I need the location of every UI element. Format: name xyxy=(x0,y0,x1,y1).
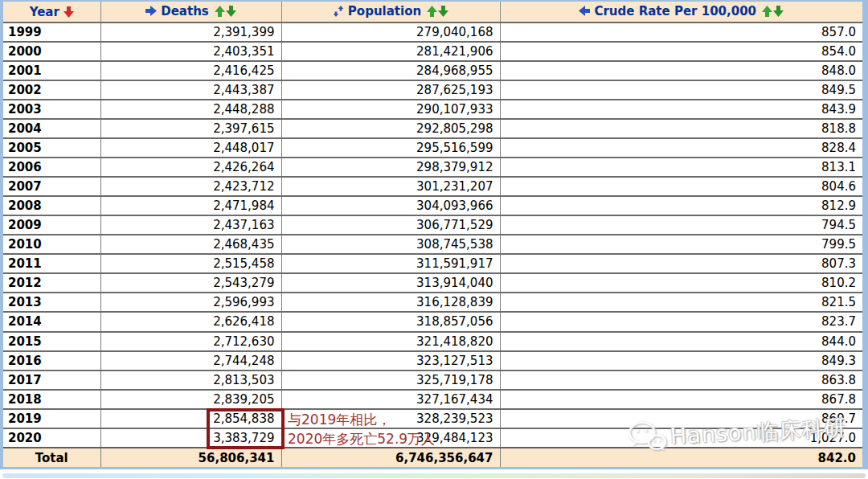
table-row: 2011 2,515,458 311,591,917 807.3 xyxy=(3,254,862,273)
table-row: 2015 2,712,630 321,418,820 844.0 xyxy=(3,332,862,351)
year-cell: 2007 xyxy=(3,177,100,196)
sort-descending-icon[interactable] xyxy=(773,6,784,17)
deaths-cell: 2,471,984 xyxy=(100,196,281,215)
crude-rate-cell: 813.1 xyxy=(500,158,862,177)
crude-rate-cell: 823.7 xyxy=(500,312,862,331)
table-row: 2012 2,543,279 313,914,040 810.2 xyxy=(3,273,862,293)
sort-descending-icon[interactable] xyxy=(226,6,236,17)
crude-rate-cell: 818.8 xyxy=(500,119,862,138)
deaths-cell: 2,397,615 xyxy=(100,119,281,138)
highlight-box-2019-2020-deaths xyxy=(207,408,285,449)
horizontal-scrollbar[interactable] xyxy=(2,473,866,478)
population-cell: 306,771,529 xyxy=(281,215,500,235)
table-row: 2009 2,437,163 306,771,529 794.5 xyxy=(3,215,862,235)
crude-rate-cell: 828.4 xyxy=(500,138,862,158)
table-body: 1999 2,391,399 279,040,168 857.0 2000 2,… xyxy=(3,23,862,448)
population-cell: 295,516,599 xyxy=(281,138,500,158)
year-cell: 2011 xyxy=(3,254,100,273)
table-row: 2002 2,443,387 287,625,193 849.5 xyxy=(3,80,862,100)
table-row: 2001 2,416,425 284,968,955 848.0 xyxy=(3,61,862,80)
crude-rate-cell: 849.3 xyxy=(500,351,862,371)
total-population-cell: 6,746,356,647 xyxy=(281,448,500,467)
sort-ascending-icon[interactable] xyxy=(427,6,437,17)
deaths-cell: 2,426,264 xyxy=(100,158,281,177)
annotation-line-2: 2020年多死亡52.9万人 xyxy=(288,429,435,448)
move-column-icon[interactable] xyxy=(333,6,344,17)
year-cell: 2018 xyxy=(3,390,100,409)
table-header-row: Year Deaths xyxy=(3,2,862,23)
population-cell: 321,418,820 xyxy=(281,332,500,351)
year-column-label: Year xyxy=(30,5,59,19)
year-cell: 2004 xyxy=(3,119,100,138)
deaths-cell: 2,437,163 xyxy=(100,215,281,235)
deaths-cell: 2,443,387 xyxy=(100,80,281,100)
table-row: 2014 2,626,418 318,857,056 823.7 xyxy=(3,312,862,331)
table-row: 2003 2,448,288 290,107,933 843.9 xyxy=(3,100,862,119)
crude-rate-cell: 854.0 xyxy=(500,42,862,61)
year-cell: 2019 xyxy=(3,409,100,428)
crude-rate-cell: 867.8 xyxy=(500,390,862,409)
chinese-annotation: 与2019年相比， 2020年多死亡52.9万人 xyxy=(288,410,435,448)
column-header-crude-rate: Crude Rate Per 100,000 xyxy=(500,2,862,23)
crude-rate-cell: 812.9 xyxy=(500,196,862,215)
table-row: 2018 2,839,205 327,167,434 867.8 xyxy=(3,390,862,409)
population-cell: 313,914,040 xyxy=(281,273,500,293)
crude-rate-cell: 794.5 xyxy=(500,215,862,235)
sort-ascending-icon[interactable] xyxy=(762,6,772,17)
crude-rate-cell: 869.7 xyxy=(500,409,862,428)
deaths-cell: 2,448,288 xyxy=(100,100,281,119)
population-cell: 284,968,955 xyxy=(281,61,500,80)
year-cell: 2006 xyxy=(3,158,100,177)
population-cell: 318,857,056 xyxy=(281,312,500,331)
year-cell: 2015 xyxy=(3,332,100,351)
table-row: 2000 2,403,351 281,421,906 854.0 xyxy=(3,42,862,61)
table-row: 2004 2,397,615 292,805,298 818.8 xyxy=(3,119,862,138)
deaths-cell: 2,543,279 xyxy=(100,273,281,293)
table-row: 2010 2,468,435 308,745,538 799.5 xyxy=(3,235,862,254)
year-cell: 2001 xyxy=(3,61,100,80)
crude-rate-cell: 857.0 xyxy=(500,23,862,42)
mortality-table: Year Deaths xyxy=(3,2,862,467)
crude-rate-column-label: Crude Rate Per 100,000 xyxy=(594,4,756,18)
deaths-cell: 2,626,418 xyxy=(100,312,281,331)
table-row: 1999 2,391,399 279,040,168 857.0 xyxy=(3,23,862,42)
table-row: 2006 2,426,264 298,379,912 813.1 xyxy=(3,158,862,177)
population-cell: 290,107,933 xyxy=(281,100,500,119)
total-label: Total xyxy=(3,448,100,467)
deaths-column-label: Deaths xyxy=(161,4,209,18)
deaths-cell: 2,423,712 xyxy=(100,177,281,196)
year-cell: 2000 xyxy=(3,42,100,61)
population-cell: 327,167,434 xyxy=(281,390,500,409)
year-cell: 2020 xyxy=(3,428,100,448)
crude-rate-cell: 821.5 xyxy=(500,293,862,312)
population-cell: 292,805,298 xyxy=(281,119,500,138)
move-column-right-icon[interactable] xyxy=(145,6,157,16)
crude-rate-cell: 810.2 xyxy=(500,273,862,293)
deaths-cell: 2,596,993 xyxy=(100,293,281,312)
population-cell: 304,093,966 xyxy=(281,196,500,215)
table-row: 2007 2,423,712 301,231,207 804.6 xyxy=(3,177,862,196)
table-row: 2008 2,471,984 304,093,966 812.9 xyxy=(3,196,862,215)
population-cell: 281,421,906 xyxy=(281,42,500,61)
year-cell: 2017 xyxy=(3,371,100,390)
year-cell: 2013 xyxy=(3,293,100,312)
crude-rate-cell: 849.5 xyxy=(500,80,862,100)
year-cell: 2016 xyxy=(3,351,100,371)
table-row: 2016 2,744,248 323,127,513 849.3 xyxy=(3,351,862,371)
sort-descending-icon[interactable] xyxy=(63,6,74,18)
move-column-left-icon[interactable] xyxy=(579,6,590,16)
column-header-year: Year xyxy=(3,2,100,23)
total-crude-rate-cell: 842.0 xyxy=(500,448,862,467)
column-header-population: Population xyxy=(281,2,500,23)
population-cell: 311,591,917 xyxy=(281,254,500,273)
crude-rate-cell: 843.9 xyxy=(500,100,862,119)
year-cell: 2012 xyxy=(3,273,100,293)
sort-ascending-icon[interactable] xyxy=(215,6,225,17)
sort-descending-icon[interactable] xyxy=(438,6,448,17)
crude-rate-cell: 804.6 xyxy=(500,177,862,196)
crude-rate-cell: 807.3 xyxy=(500,254,862,273)
total-row: Total 56,806,341 6,746,356,647 842.0 xyxy=(3,448,862,467)
crude-rate-cell: 848.0 xyxy=(500,61,862,80)
column-header-deaths: Deaths xyxy=(100,2,281,23)
data-table-container: Year Deaths xyxy=(0,0,868,469)
